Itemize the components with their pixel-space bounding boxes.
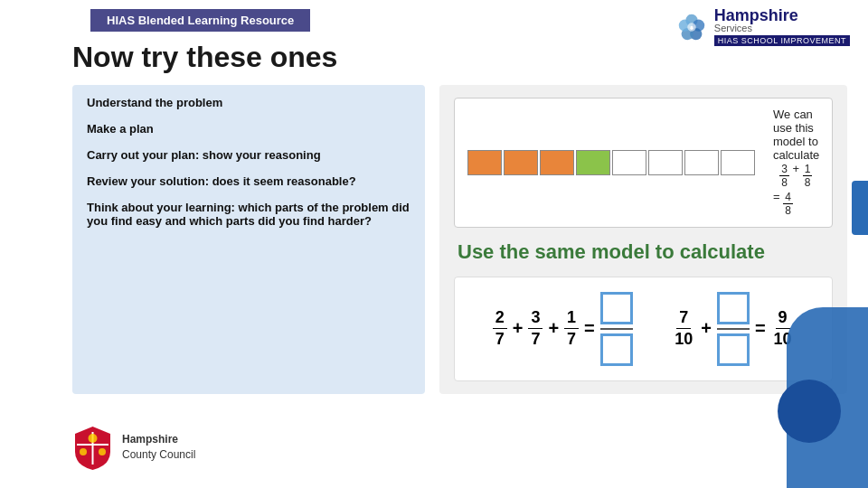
header-bar: HIAS Blended Learning Resource (90, 9, 310, 32)
bar-cell-6 (648, 150, 683, 175)
logo-text: Hampshire Services HIAS SCHOOL IMPROVEME… (714, 7, 850, 46)
deco-blue-circle (778, 380, 841, 443)
equation-2: 7 10 + = 9 10 (672, 292, 794, 366)
bar-cell-3 (540, 150, 574, 175)
footer-logo: Hampshire County Council (72, 425, 195, 470)
logo-flower-icon (675, 10, 709, 44)
bar-cell-5 (612, 150, 646, 175)
eq1-answer-denominator (600, 333, 633, 366)
logo-hias-bar: HIAS SCHOOL IMPROVEMENT (714, 35, 850, 46)
bar-cell-2 (504, 150, 538, 175)
plus-1: + (513, 318, 524, 339)
eq2-unknown-num (717, 292, 750, 324)
footer-shield-icon (72, 425, 113, 470)
step-carry-out: Carry out your plan: show your reasoning (87, 148, 410, 162)
header-label: HIAS Blended Learning Resource (107, 14, 294, 27)
frac-7-10: 7 10 (672, 307, 695, 351)
frac-4-8: 48 (783, 191, 793, 218)
step-carry-out-title: Carry out your plan: show your reasoning (87, 148, 410, 162)
left-panel: Understand the problem Make a plan Carry… (72, 85, 425, 394)
equals-1: = (584, 318, 595, 339)
frac-1-8: 18 (803, 163, 813, 190)
right-handle (852, 181, 868, 235)
footer-council-text: Hampshire County Council (122, 432, 195, 463)
model-text: We can use this model to calculate 38 + … (773, 108, 819, 218)
step-make-plan-title: Make a plan (87, 122, 410, 136)
frac-2-7: 2 7 (493, 307, 507, 351)
equations-row: 2 7 + 3 7 + 1 7 = (454, 277, 833, 381)
equals-2: = (755, 318, 766, 339)
step-review-title: Review your solution: does it seem reaso… (87, 174, 410, 188)
frac-3-8: 38 (779, 163, 789, 190)
svg-point-7 (80, 448, 87, 455)
frac-3-7: 3 7 (528, 307, 542, 351)
bar-model (467, 150, 755, 175)
eq2-unknown-box (717, 292, 750, 366)
footer-council-name: Hampshire (122, 432, 195, 447)
svg-point-8 (99, 448, 106, 455)
logo-hampshire: Hampshire (714, 7, 798, 23)
bar-cell-7 (684, 150, 719, 175)
svg-point-5 (687, 23, 696, 32)
eq2-unknown-den (717, 333, 750, 366)
fraction-bar-container: We can use this model to calculate 38 + … (454, 98, 833, 228)
step-review: Review your solution: does it seem reaso… (87, 174, 410, 188)
model-fraction-eq: 38 + 18 = 48 (773, 162, 812, 203)
bar-cell-1 (467, 150, 502, 175)
main-content: Understand the problem Make a plan Carry… (72, 85, 832, 394)
eq1-answer-stack (600, 292, 633, 366)
bar-cell-4 (576, 150, 610, 175)
same-model-label: Use the same model to calculate (454, 240, 833, 264)
logo-area: Hampshire Services HIAS SCHOOL IMPROVEME… (675, 7, 850, 46)
plus-2: + (548, 318, 559, 339)
step-think-title: Think about your learning: which parts o… (87, 201, 410, 228)
step-understand: Understand the problem (87, 96, 410, 109)
step-think: Think about your learning: which parts o… (87, 201, 410, 228)
plus-3: + (701, 318, 712, 339)
step-make-plan: Make a plan (87, 122, 410, 136)
eq1-answer-numerator (600, 292, 633, 324)
equation-1: 2 7 + 3 7 + 1 7 = (493, 292, 633, 366)
logo-services: Services (714, 23, 752, 33)
svg-point-6 (89, 434, 98, 443)
step-understand-title: Understand the problem (87, 96, 410, 109)
bar-cell-8 (721, 150, 755, 175)
footer-council-sub: County Council (122, 447, 195, 463)
model-text-label: We can use this model to calculate (773, 108, 819, 162)
frac-1-7: 1 7 (564, 307, 579, 351)
